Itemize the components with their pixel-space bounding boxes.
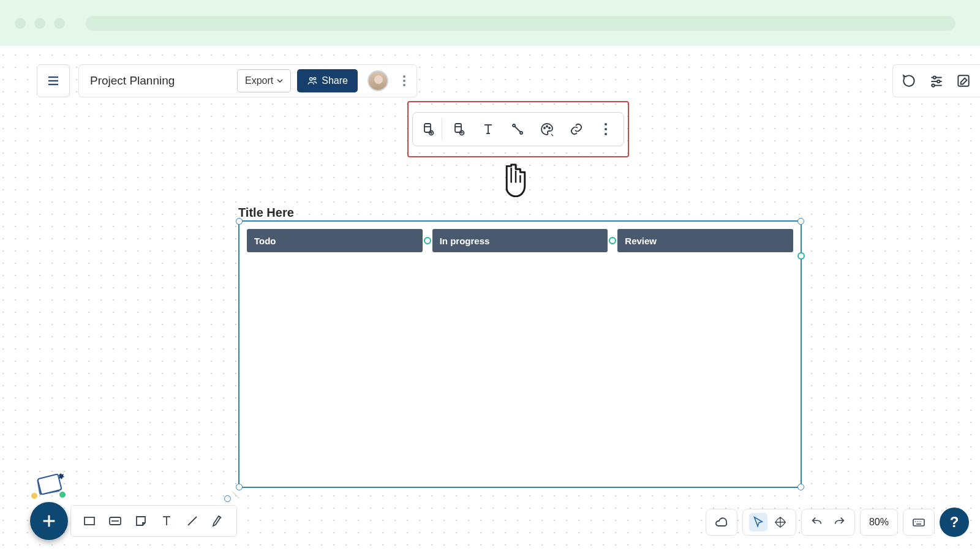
kanban-column-header[interactable]: Todo [247, 229, 423, 252]
share-button[interactable]: Share [297, 69, 358, 92]
svg-line-44 [188, 517, 197, 525]
rectangle-tool[interactable] [80, 511, 99, 531]
text-tool-icon [159, 514, 174, 528]
kanban-column-header[interactable]: Review [617, 229, 793, 252]
undo-button[interactable] [808, 513, 826, 531]
connector-button[interactable] [506, 118, 529, 141]
card-icon [107, 514, 123, 528]
more-options-button[interactable] [594, 118, 617, 141]
text-tool[interactable] [157, 511, 176, 531]
top-right-toolbar [892, 64, 980, 97]
svg-rect-45 [913, 519, 924, 526]
add-column-button[interactable] [419, 118, 442, 141]
title-bar: Project Planning Export Share [78, 64, 417, 97]
column-label: Review [625, 236, 657, 246]
export-label: Export [245, 75, 273, 86]
svg-point-4 [314, 77, 316, 80]
add-button[interactable] [30, 502, 68, 540]
svg-point-25 [520, 132, 522, 134]
edit-icon[interactable] [956, 73, 971, 89]
connector-port[interactable] [609, 237, 616, 244]
board-title[interactable]: Title Here [238, 206, 294, 220]
highlighter-tool[interactable] [208, 511, 228, 531]
selection-handle[interactable] [797, 484, 804, 490]
selection-handle[interactable] [236, 484, 243, 490]
hamburger-icon [46, 73, 61, 88]
svg-point-35 [31, 493, 37, 499]
selection-handle[interactable] [797, 218, 804, 225]
traffic-light-dot [54, 18, 65, 29]
traffic-light-dot [15, 18, 26, 29]
link-button[interactable] [565, 118, 588, 141]
shape-toolbar [70, 505, 237, 537]
sticky-note-tool[interactable] [131, 511, 151, 531]
select-mode[interactable] [749, 513, 767, 531]
svg-rect-39 [85, 517, 94, 525]
context-toolbar [412, 112, 624, 146]
svg-line-26 [515, 127, 521, 132]
menu-button[interactable] [37, 64, 70, 97]
text-button[interactable] [477, 118, 500, 141]
keyboard-shortcuts[interactable] [903, 509, 935, 536]
keyboard-icon [910, 513, 928, 531]
rotation-handle[interactable] [224, 495, 231, 502]
kanban-board[interactable]: Todo In progress Review [238, 220, 802, 488]
people-icon [307, 75, 318, 86]
filter-icon[interactable] [929, 73, 944, 89]
zoom-value: 80% [869, 517, 889, 528]
template-stack-icon [29, 471, 67, 501]
browser-chrome [0, 0, 980, 46]
svg-point-27 [544, 127, 545, 129]
more-menu-button[interactable] [398, 75, 410, 86]
context-toolbar-highlight [407, 101, 629, 157]
traffic-light-dot [34, 18, 45, 29]
svg-point-29 [549, 127, 550, 129]
remove-column-button[interactable] [447, 118, 470, 141]
zoom-level[interactable]: 80% [860, 509, 898, 536]
column-label: In progress [440, 236, 490, 246]
document-title[interactable]: Project Planning [90, 74, 231, 88]
connector-port[interactable] [424, 237, 431, 244]
sync-status [706, 509, 737, 536]
svg-point-3 [310, 78, 313, 81]
cursor-mode-toolbar [742, 509, 796, 536]
svg-point-8 [937, 80, 940, 83]
rectangle-icon [82, 514, 97, 528]
pointer-cursor-icon [500, 162, 531, 201]
address-bar[interactable] [86, 16, 956, 31]
svg-point-28 [546, 126, 548, 127]
style-button[interactable] [535, 118, 559, 141]
connector-port[interactable] [797, 252, 805, 260]
export-button[interactable]: Export [237, 69, 291, 92]
card-tool[interactable] [105, 511, 125, 531]
help-button[interactable]: ? [940, 508, 969, 537]
line-icon [185, 514, 200, 528]
svg-point-10 [932, 84, 934, 86]
chevron-down-icon [277, 78, 283, 84]
column-label: Todo [254, 236, 276, 246]
svg-point-6 [933, 76, 936, 78]
svg-point-24 [513, 124, 515, 127]
redo-button[interactable] [830, 513, 848, 531]
kanban-column-header[interactable]: In progress [432, 229, 608, 252]
share-label: Share [322, 75, 348, 86]
highlighter-icon [211, 514, 225, 528]
sticky-note-icon [134, 514, 148, 528]
history-toolbar [801, 509, 855, 536]
selection-handle[interactable] [236, 218, 243, 225]
pan-mode[interactable] [771, 513, 790, 531]
plus-icon [40, 512, 58, 530]
avatar[interactable] [368, 70, 388, 91]
comment-icon[interactable] [902, 73, 918, 89]
svg-rect-11 [958, 75, 968, 86]
cloud-icon[interactable] [712, 513, 731, 531]
line-tool[interactable] [183, 511, 202, 531]
svg-point-36 [59, 492, 66, 498]
kanban-columns: Todo In progress Review [239, 222, 801, 260]
